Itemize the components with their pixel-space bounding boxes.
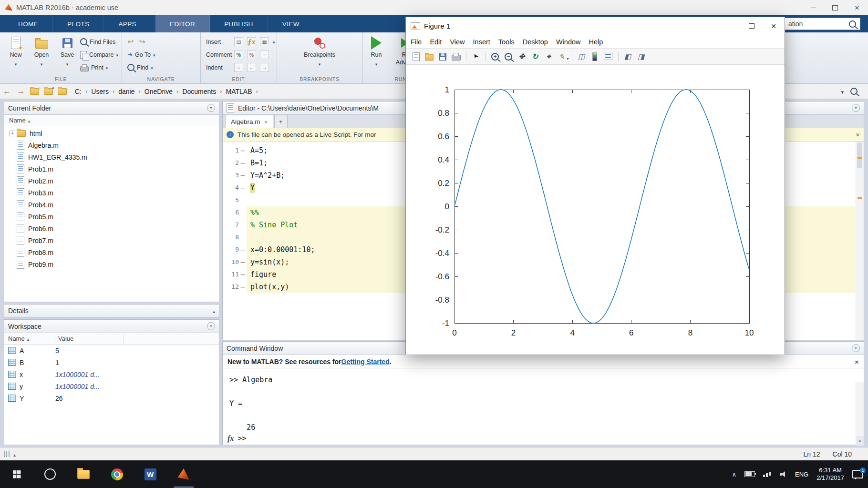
recent-folders-dropdown-icon[interactable] [841, 87, 844, 96]
network-icon[interactable] [763, 471, 772, 477]
notification-icon[interactable]: 1 [852, 470, 863, 478]
smart-indent-icon[interactable]: ≡ [234, 63, 243, 72]
file-row[interactable]: Prob3.m [4, 187, 219, 199]
file-row[interactable]: Prob4.m [4, 199, 219, 211]
new-file-icon[interactable] [410, 51, 422, 63]
rotate-3d-icon[interactable] [529, 51, 541, 63]
maximize-button[interactable] [824, 0, 846, 15]
panel-menu-button[interactable] [852, 104, 860, 112]
save-icon[interactable] [436, 51, 449, 63]
battery-icon[interactable] [744, 471, 755, 477]
breakpoints-button[interactable]: Breakpoints [303, 35, 336, 68]
breadcrumb-item[interactable]: Documents [181, 87, 217, 96]
find-button[interactable]: Find [127, 61, 155, 74]
new-tab-button[interactable]: + [274, 115, 288, 128]
tab-view[interactable]: VIEW [268, 15, 314, 32]
scroll-down-icon[interactable] [856, 436, 864, 446]
details-bar[interactable]: Details [4, 304, 219, 317]
breadcrumb-item[interactable]: Users [90, 87, 110, 96]
getting-started-link[interactable]: Getting Started [341, 358, 390, 366]
minimize-button[interactable] [802, 0, 824, 15]
panel-menu-button[interactable] [207, 322, 215, 330]
tab-plots[interactable]: PLOTS [53, 15, 104, 32]
column-header-value[interactable]: Value [54, 333, 124, 344]
scrollbar-marker[interactable] [858, 157, 862, 159]
workspace-row[interactable]: B1 [4, 356, 219, 368]
workspace-row[interactable]: A5 [4, 345, 219, 356]
menu-tools[interactable]: Tools [498, 38, 515, 46]
chrome-button[interactable] [100, 460, 134, 488]
back-forward-buttons[interactable]: ↩ ↪ [127, 35, 155, 48]
compare-button[interactable]: Compare [80, 48, 120, 61]
tab-editor[interactable]: EDITOR [155, 15, 210, 32]
file-row[interactable]: Prob8.m [4, 246, 219, 258]
menu-file[interactable]: File [411, 38, 422, 46]
wrap-comments-icon[interactable]: ≡ [260, 50, 269, 59]
command-prompt-row[interactable]: fx >> [227, 434, 246, 443]
command-scrollbar[interactable] [856, 382, 864, 446]
cortana-button[interactable] [33, 460, 67, 488]
indent-left-icon[interactable]: ← [247, 63, 256, 72]
zoom-in-icon[interactable] [489, 51, 501, 63]
data-cursor-icon[interactable] [542, 51, 555, 63]
colorbar-icon[interactable] [589, 51, 601, 63]
column-header-name[interactable]: Name [4, 333, 54, 344]
expand-toggle-icon[interactable] [8, 131, 17, 136]
breadcrumb-item[interactable]: C: [74, 87, 83, 96]
pan-icon[interactable] [516, 51, 528, 63]
print-button[interactable]: Print [80, 61, 120, 74]
legend-icon[interactable] [602, 51, 614, 63]
tray-expand-icon[interactable]: ∧ [732, 471, 736, 478]
close-info-bar-icon[interactable] [856, 131, 860, 138]
link-plots-icon[interactable] [575, 51, 588, 63]
run-button[interactable]: Run [363, 35, 389, 68]
indent-right-icon[interactable]: → [260, 63, 269, 72]
insert-annotation-icon[interactable]: ▦ [260, 37, 269, 46]
close-button[interactable] [846, 0, 868, 15]
uncomment-icon[interactable]: % [247, 50, 256, 59]
editor-scrollbar[interactable] [856, 142, 864, 340]
breadcrumb-item[interactable]: OneDrive [144, 87, 174, 96]
resize-grip-icon[interactable] [4, 451, 10, 457]
go-back-icon[interactable]: ↩ [127, 37, 134, 46]
save-button[interactable]: Save [54, 35, 80, 68]
volume-icon[interactable] [780, 471, 787, 478]
matlab-taskbar-button[interactable] [167, 460, 200, 488]
breadcrumb-item[interactable]: MATLAB [225, 87, 253, 96]
tab-algebra-m[interactable]: Algebra.m [226, 115, 273, 128]
file-row[interactable]: Prob2.m [4, 175, 219, 187]
sine-plot[interactable]: 0246810-1-0.8-0.6-0.4-0.200.20.40.60.81 [406, 65, 785, 355]
forward-arrow-icon[interactable]: → [17, 87, 25, 96]
panel-menu-button[interactable] [207, 104, 215, 112]
plot-area[interactable]: 0246810-1-0.8-0.6-0.4-0.200.20.40.60.81 [406, 65, 785, 355]
file-row[interactable]: Algebra.m [4, 139, 219, 151]
open-file-icon[interactable] [423, 51, 435, 63]
file-row[interactable]: Prob6.m [4, 223, 219, 234]
file-explorer-button[interactable] [67, 460, 100, 488]
menu-help[interactable]: Help [589, 38, 603, 46]
start-button[interactable] [0, 460, 33, 488]
pointer-icon[interactable] [469, 51, 482, 63]
language-indicator[interactable]: ENG [795, 471, 808, 478]
brush-icon[interactable] [556, 51, 568, 63]
collapse-icon[interactable] [213, 307, 215, 315]
menu-edit[interactable]: Edit [430, 38, 442, 46]
breadcrumb-item[interactable]: danie [117, 87, 135, 96]
back-arrow-icon[interactable]: ← [3, 87, 11, 96]
menu-insert[interactable]: Insert [473, 38, 490, 46]
close-banner-icon[interactable] [855, 358, 859, 366]
command-window-body[interactable]: >> AlgebraY = 26 fx >> [223, 368, 864, 446]
menu-window[interactable]: Window [556, 38, 581, 46]
figure-close-button[interactable] [763, 17, 785, 35]
new-button[interactable]: New [3, 35, 29, 68]
go-forward-icon[interactable]: ↪ [139, 37, 145, 46]
zoom-out-icon[interactable] [502, 51, 515, 63]
comment-icon[interactable]: % [234, 50, 243, 59]
file-row[interactable]: Prob1.m [4, 163, 219, 175]
browse-folder-icon[interactable] [44, 88, 53, 95]
insert-function-icon[interactable]: ƒx [247, 37, 256, 46]
clock[interactable]: 6:31 AM 2/17/2017 [816, 467, 844, 482]
tab-apps[interactable]: APPS [104, 15, 151, 32]
close-tab-icon[interactable] [264, 118, 268, 125]
search-folder-icon[interactable] [850, 88, 858, 95]
